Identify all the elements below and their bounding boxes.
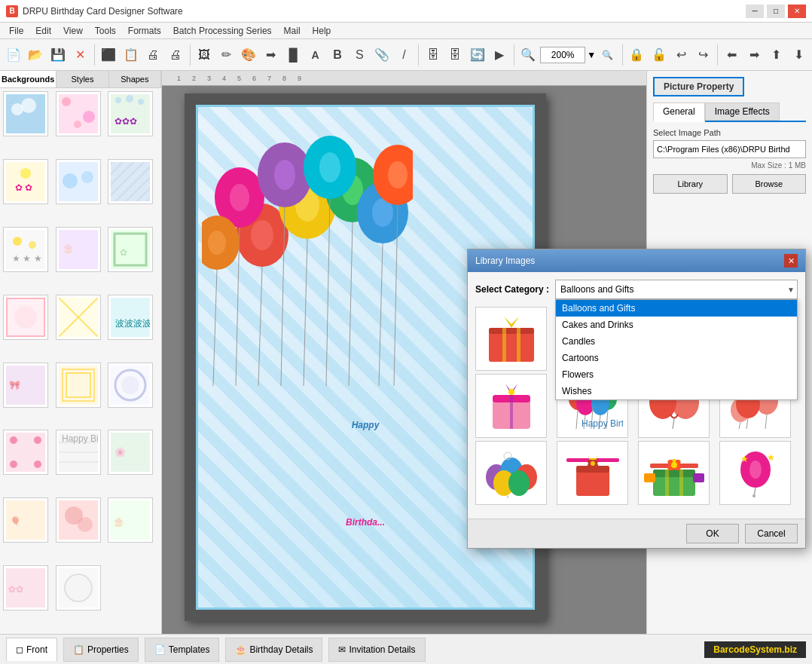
tab-shapes[interactable]: Shapes [109, 71, 161, 87]
bg-thumb-21[interactable]: 🎂 [108, 497, 153, 543]
bg-thumb-2[interactable] [56, 91, 101, 136]
db2-btn[interactable]: 🗄 [444, 43, 465, 67]
category-option-candles[interactable]: Candles [556, 333, 797, 350]
bg-thumb-18[interactable]: 🌸 [108, 430, 153, 475]
bg-thumb-20[interactable] [56, 497, 101, 543]
align-left[interactable]: ⬅ [722, 43, 742, 67]
lib-img-1[interactable] [475, 307, 547, 371]
category-option-balloons[interactable]: Balloons and Gifts [556, 300, 797, 317]
bg-thumb-17[interactable]: Happy Birthday [56, 430, 101, 475]
picture-property-btn[interactable]: Picture Property [653, 77, 744, 96]
tab-backgrounds[interactable]: Backgrounds [0, 71, 56, 87]
minimize-btn[interactable]: ─ [746, 5, 764, 18]
tab-general[interactable]: General [653, 103, 705, 122]
image-btn[interactable]: 🖼 [194, 43, 214, 67]
bg-thumb-11[interactable] [56, 295, 101, 340]
library-btn[interactable]: Library [653, 174, 728, 194]
dialog-cancel-btn[interactable]: Cancel [745, 524, 798, 543]
clip-btn[interactable]: 📎 [371, 43, 392, 67]
bg-thumb-16[interactable] [3, 430, 48, 475]
browse-btn[interactable]: Browse [732, 174, 807, 194]
line-btn[interactable]: / [394, 43, 414, 67]
paste-btn[interactable]: 📋 [121, 43, 141, 67]
bold-btn[interactable]: B [327, 43, 347, 67]
zoom-in-btn[interactable]: 🔍 [597, 43, 618, 67]
bg-thumb-6[interactable] [108, 159, 153, 204]
menu-edit[interactable]: Edit [29, 24, 57, 38]
align-up[interactable]: ⬆ [766, 43, 786, 67]
zoom-dropdown-arrow[interactable]: ▼ [587, 50, 596, 60]
bg-thumb-14[interactable] [56, 363, 101, 408]
dialog-close-btn[interactable]: ✕ [784, 254, 798, 268]
new-btn[interactable]: 📄 [3, 43, 23, 67]
bg-thumb-7[interactable]: ★ ★ ★ [3, 227, 48, 272]
color-btn[interactable]: 🎨 [238, 43, 258, 67]
copy-btn[interactable]: ⬛ [99, 43, 119, 67]
delete-btn[interactable]: ✕ [69, 43, 90, 67]
close-btn[interactable]: ✕ [788, 5, 806, 18]
category-option-flowers[interactable]: Flowers [556, 366, 797, 383]
lib-img-10[interactable] [557, 441, 628, 505]
tab-image-effects[interactable]: Image Effects [705, 103, 780, 121]
menu-formats[interactable]: Formats [122, 24, 167, 38]
align-down[interactable]: ⬇ [788, 43, 808, 67]
arrow-btn[interactable]: ➡ [261, 43, 281, 67]
category-option-wishes[interactable]: Wishes [556, 383, 797, 399]
category-option-cartoons[interactable]: Cartoons [556, 350, 797, 366]
sep5 [622, 44, 623, 66]
align-right[interactable]: ➡ [744, 43, 765, 67]
bg-thumb-1[interactable] [3, 91, 48, 136]
bg-thumb-22[interactable]: ✿✿ [3, 565, 48, 610]
tab-templates[interactable]: 📄 Templates [145, 638, 220, 662]
bg-thumb-15[interactable] [108, 363, 153, 408]
lock2-btn[interactable]: 🔓 [649, 43, 669, 67]
tab-birthday[interactable]: 🎂 Birthday Details [225, 638, 322, 662]
bg-thumb-12[interactable]: 波波波波 [108, 295, 153, 340]
lib-img-12[interactable]: ★ ★ [719, 441, 791, 505]
lock-btn[interactable]: 🔒 [626, 43, 646, 67]
refresh-btn[interactable]: 🔄 [467, 43, 487, 67]
bg-thumb-23[interactable] [56, 565, 101, 610]
lib-img-5[interactable] [475, 374, 547, 438]
app-title: DRPU Birthday Card Designer Software [23, 6, 746, 17]
redo-btn[interactable]: ↪ [693, 43, 713, 67]
dialog-ok-btn[interactable]: OK [686, 524, 739, 543]
text-btn[interactable]: A [305, 43, 325, 67]
undo-btn[interactable]: ↩ [670, 43, 691, 67]
bg-thumb-10[interactable] [3, 295, 48, 340]
lib-img-11[interactable] [638, 441, 710, 505]
open-btn[interactable]: 📂 [25, 43, 45, 67]
zoom-input[interactable]: 200% [540, 47, 585, 63]
bg-thumb-4[interactable]: ✿ ✿ [3, 159, 48, 204]
save-btn[interactable]: 💾 [47, 43, 68, 67]
maximize-btn[interactable]: □ [767, 5, 785, 18]
image-path-input[interactable] [653, 140, 806, 158]
category-select[interactable]: Balloons and GiftsCakes and DrinksCandle… [555, 280, 798, 299]
bg-thumb-8[interactable]: 🎂 [56, 227, 101, 272]
tab-invitation[interactable]: ✉ Invitation Details [328, 638, 425, 662]
menu-mail[interactable]: Mail [278, 24, 307, 38]
tab-front[interactable]: ◻ Front [6, 638, 57, 662]
menu-file[interactable]: File [3, 24, 29, 38]
tab-styles[interactable]: Styles [56, 71, 108, 87]
bg-thumb-9[interactable]: ✿ [108, 227, 153, 272]
barcode-btn[interactable]: ▐▌ [282, 43, 303, 67]
print2-btn[interactable]: 🖨 [165, 43, 185, 67]
print-btn[interactable]: 🖨 [143, 43, 163, 67]
lib-img-9[interactable] [475, 441, 547, 505]
zoom-out-btn[interactable]: 🔍 [518, 43, 539, 67]
bg-thumb-3[interactable]: ✿✿✿ [108, 91, 153, 136]
category-option-cakes[interactable]: Cakes and Drinks [556, 317, 797, 333]
bg-thumb-5[interactable] [56, 159, 101, 204]
shape-btn[interactable]: S [350, 43, 370, 67]
bg-thumb-19[interactable]: 🎈 [3, 497, 48, 543]
forward-btn[interactable]: ▶ [489, 43, 509, 67]
menu-batch[interactable]: Batch Processing Series [167, 24, 278, 38]
db-btn[interactable]: 🗄 [423, 43, 443, 67]
menu-help[interactable]: Help [307, 24, 337, 38]
draw-btn[interactable]: ✏ [216, 43, 237, 67]
menu-view[interactable]: View [57, 24, 89, 38]
menu-tools[interactable]: Tools [89, 24, 122, 38]
bg-thumb-13[interactable]: 🎀 [3, 363, 48, 408]
tab-properties[interactable]: 📋 Properties [63, 638, 139, 662]
